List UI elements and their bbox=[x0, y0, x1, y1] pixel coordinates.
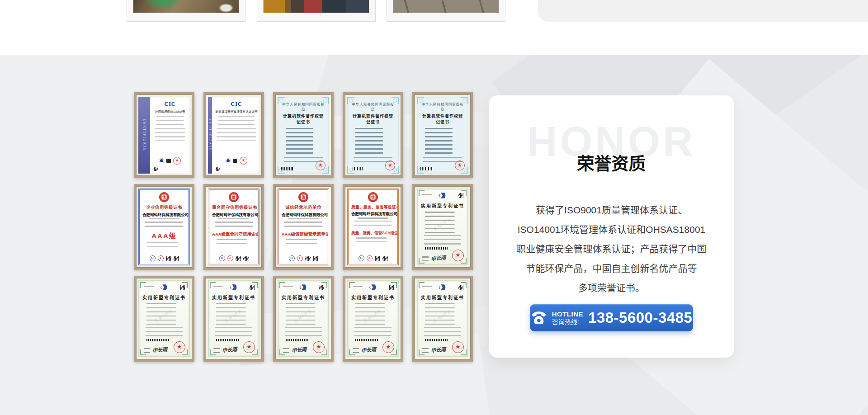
certificate-body-text bbox=[145, 222, 183, 228]
certificate-software-copyright-1[interactable]: 中华人民共和国国家版权局 计算机软件著作权登记证书 ★ bbox=[273, 92, 334, 178]
seal-character: 信 bbox=[371, 195, 376, 200]
certificate-utility-patent-6[interactable]: CNIPA 实用新型专利证书 申长雨 ★ bbox=[412, 276, 473, 362]
certificate-utility-patent-5[interactable]: CNIPA 实用新型专利证书 申长雨 ★ bbox=[343, 276, 403, 362]
signature: 申长雨 bbox=[222, 345, 237, 354]
cnipa-logo-icon bbox=[230, 284, 238, 292]
certificate-integrity-demo-unit[interactable]: 信 诚信经营示范单位 合肥珂玛环保科技有限公司 AAA级诚信经营示范单位 C ★ bbox=[273, 184, 334, 270]
blue-emblem-icon: C bbox=[359, 255, 364, 261]
honor-card: HONOR 荣誉资质 获得了ISO9001质量管理体系认证、 ISO14001环… bbox=[489, 95, 734, 358]
certificate-utility-patent-4[interactable]: CNIPA 实用新型专利证书 申长雨 ★ bbox=[273, 276, 334, 362]
company-name: 合肥珂玛环保科技有限公司 bbox=[142, 212, 186, 217]
certificate-fields bbox=[286, 239, 317, 245]
credit-grade: AAA级诚信经营示范单位 bbox=[282, 231, 325, 237]
red-ribbon-seal-icon: 信 bbox=[298, 192, 308, 202]
red-star-seal-icon: ★ bbox=[385, 160, 395, 170]
hotline-button[interactable]: HOTLINE 咨询热线: 138-5600-3485 bbox=[530, 304, 693, 331]
green-corner-icon bbox=[349, 282, 355, 288]
certificate-fields bbox=[147, 242, 178, 248]
description-line: 获得了ISO9001质量管理体系认证、 bbox=[502, 200, 721, 220]
certificate-subtext bbox=[218, 218, 249, 220]
signature-label bbox=[213, 348, 220, 353]
red-seal-icon: ★ bbox=[173, 157, 181, 165]
hotline-label-en: HOTLINE bbox=[552, 310, 583, 318]
certificate-title: 计算机软件著作权登记证书 bbox=[351, 113, 395, 125]
certificate-utility-patent-3[interactable]: CNIPA 实用新型专利证书 申长雨 ★ bbox=[203, 276, 264, 362]
certificate-utility-patent-2[interactable]: CNIPA 实用新型专利证书 申长雨 ★ bbox=[134, 276, 194, 362]
red-seal-icon: ★ bbox=[382, 341, 394, 353]
certificate-title: 重合同守信用等级证书 bbox=[212, 204, 255, 210]
red-star-badge-icon: ★ bbox=[158, 255, 164, 261]
cnipa-logo-icon bbox=[160, 284, 168, 292]
qr-code-icon bbox=[243, 256, 249, 261]
company-name: 合肥珂玛环保科技有限公司 bbox=[351, 211, 395, 216]
certificate-software-copyright-3[interactable]: 中华人民共和国国家版权局 计算机软件著作权登记证书 ★ bbox=[412, 92, 473, 178]
certificate-title: 计算机软件著作权登记证书 bbox=[281, 113, 326, 125]
top-strip bbox=[0, 0, 868, 55]
qr-code-icon bbox=[389, 285, 394, 290]
certificate-body-text bbox=[424, 235, 461, 246]
case-photo-card-2[interactable] bbox=[257, 0, 376, 22]
qr-code-icon bbox=[382, 256, 388, 261]
green-corner-icon bbox=[210, 282, 216, 288]
red-star-badge-icon: ★ bbox=[367, 255, 373, 261]
corner-flourish-icon bbox=[417, 97, 424, 104]
credit-grade: AAA级 bbox=[142, 231, 186, 240]
green-corner-icon bbox=[419, 282, 425, 288]
certificate-quality-service-reputation[interactable]: 信 质量、服务、信誉等级证书 合肥珂玛环保科技有限公司 质量、服务、信誉AAA级… bbox=[343, 184, 403, 270]
certificate-title: 环境管理体系认证证书 bbox=[153, 109, 187, 113]
certificate-contract-trustworthy[interactable]: 信 重合同守信用等级证书 合肥珂玛环保科技有限公司 AAA级重合同守信用企业 C… bbox=[203, 184, 264, 270]
accreditation-mark-icon bbox=[166, 159, 171, 163]
qr-code-icon bbox=[250, 285, 255, 290]
certificate-number bbox=[422, 194, 432, 195]
red-seal-icon: ★ bbox=[243, 341, 255, 353]
case-photo-card-1[interactable] bbox=[127, 0, 245, 22]
certificate-software-copyright-2[interactable]: 中华人民共和国国家版权局 计算机软件著作权登记证书 ★ bbox=[343, 92, 403, 178]
certificate-title: 实用新型专利证书 bbox=[420, 294, 465, 301]
certificate-number bbox=[213, 286, 223, 287]
certificate-body-text bbox=[215, 327, 252, 338]
corner-flourish-icon bbox=[461, 97, 468, 104]
qr-code-icon bbox=[236, 256, 241, 261]
honor-description: 获得了ISO9001质量管理体系认证、 ISO14001环境管理体系认证和OHS… bbox=[502, 200, 721, 297]
concrete-tank-pit-photo bbox=[393, 0, 499, 13]
signature: 申长雨 bbox=[430, 254, 446, 262]
red-seal-icon: ★ bbox=[240, 157, 247, 165]
qr-code-icon bbox=[216, 167, 220, 171]
certificate-title: 实用新型专利证书 bbox=[281, 294, 326, 301]
certificate-utility-patent-1[interactable]: CNIPA 实用新型专利证书 申长雨 ★ bbox=[412, 184, 473, 270]
certificate-title: 实用新型专利证书 bbox=[351, 294, 395, 301]
certificate-side-band: CERTIFICATE bbox=[208, 97, 212, 174]
company-name: 合肥珂玛环保科技有限公司 bbox=[212, 212, 255, 217]
barcode-icon bbox=[420, 167, 432, 170]
certificate-title: 质量、服务、信誉等级证书 bbox=[351, 204, 395, 209]
certificate-iso-safety[interactable]: CERTIFICATE CIC 职业健康安全管理体系认证证书 ★ bbox=[203, 92, 264, 178]
certificate-body-text bbox=[424, 327, 461, 338]
case-photo-card-3[interactable] bbox=[387, 0, 505, 22]
certificate-body-text bbox=[354, 327, 392, 338]
certificate-subtext bbox=[358, 217, 388, 219]
cic-logo-text: CIC bbox=[152, 101, 188, 108]
credit-grade: 质量、服务、信誉AAA级企业 bbox=[351, 230, 395, 235]
signature: 申长雨 bbox=[291, 345, 307, 354]
certificate-title: 计算机软件著作权登记证书 bbox=[420, 113, 465, 125]
signature-label bbox=[353, 348, 359, 353]
qr-code-icon bbox=[154, 167, 158, 171]
certificate-body-text bbox=[354, 221, 392, 227]
corner-flourish-icon bbox=[392, 97, 399, 104]
certificate-number bbox=[283, 286, 293, 287]
excavation-dirt-site-photo bbox=[133, 0, 239, 13]
certificate-enterprise-credit[interactable]: 信 企业信用等级证书 合肥珂玛环保科技有限公司 AAA级 C ★ bbox=[134, 184, 194, 270]
hotline-label-zh: 咨询热线: bbox=[552, 318, 579, 326]
qr-code-icon bbox=[166, 256, 171, 261]
signature-label bbox=[422, 348, 429, 353]
red-seal-icon: ★ bbox=[313, 341, 325, 353]
certificate-body-text bbox=[156, 116, 184, 125]
signature: 申长雨 bbox=[361, 345, 376, 354]
qr-code-icon bbox=[313, 256, 318, 261]
certificate-iso-environment[interactable]: CERTIFICATE CIC 环境管理体系认证证书 ★ bbox=[134, 92, 194, 178]
qr-code-icon bbox=[375, 256, 380, 261]
credit-grade: AAA级重合同守信用企业 bbox=[212, 231, 255, 237]
blue-emblem-icon: C bbox=[219, 255, 225, 261]
certificate-body-text bbox=[217, 128, 256, 141]
certificate-body-text bbox=[285, 327, 322, 338]
